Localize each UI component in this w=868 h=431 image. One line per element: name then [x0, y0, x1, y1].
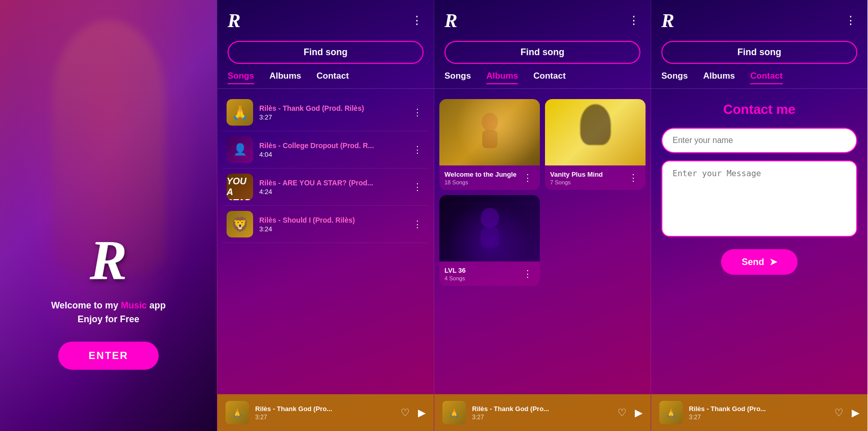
play-icon-contact[interactable]: ▶: [852, 406, 859, 419]
contact-find-song-btn[interactable]: Find song: [661, 41, 857, 64]
songs-panel: R ⋮ Find song Songs Albums Contact 🙏 Ril…: [217, 0, 434, 431]
song-dots-3[interactable]: ⋮: [410, 179, 425, 195]
lvl36-album-info: LVL 36 4 Songs: [444, 267, 465, 281]
song-dots-2[interactable]: ⋮: [410, 141, 425, 158]
jungle-album-img: [439, 99, 540, 165]
tab-songs-active[interactable]: Songs: [228, 71, 254, 84]
contact-message-textarea[interactable]: [661, 160, 857, 237]
jungle-album-footer: Welcome to the Jungle 18 Songs ⋮: [439, 165, 540, 190]
albums-find-song-btn[interactable]: Find song: [444, 41, 640, 64]
lvl36-album-dots[interactable]: ⋮: [520, 266, 535, 282]
contact-header: R ⋮: [651, 0, 867, 37]
album-card-lvl36[interactable]: LVL 36 4 Songs ⋮: [439, 195, 540, 286]
player-title-albums: Rilès - Thank God (Pro...: [472, 405, 611, 413]
lion-icon: 🦁: [231, 216, 249, 233]
song-info-3: Rilès - ARE YOU A STAR? (Prod... 4:24: [259, 179, 410, 196]
player-info-albums: Rilès - Thank God (Pro... 3:27: [472, 405, 611, 421]
send-button[interactable]: Send ➤: [721, 249, 797, 275]
songs-header: R ⋮: [217, 0, 434, 37]
player-info-contact: Rilès - Thank God (Pro... 3:27: [689, 405, 828, 421]
contact-title: Contact me: [661, 102, 857, 117]
lvl36-album-img: [439, 195, 540, 261]
song-info-2: Rilès - College Dropout (Prod. R... 4:04: [259, 141, 410, 158]
contact-panel: R ⋮ Find song Songs Albums Contact Conta…: [651, 0, 867, 431]
player-controls-albums: ♡ ▶: [617, 406, 642, 419]
tab-songs-contact-panel[interactable]: Songs: [661, 71, 688, 84]
player-thumb-icon-albums: 🙏: [449, 408, 459, 418]
song-dots-4[interactable]: ⋮: [410, 216, 425, 232]
welcome-tagline: Welcome to my Music app Enjoy for Free: [51, 299, 166, 326]
vanity-person: [580, 104, 611, 145]
song-duration-3: 4:24: [259, 188, 410, 196]
song-duration-4: 3:24: [259, 225, 410, 233]
song-item[interactable]: 🦁 Rilès - Should I (Prod. Rilès) 3:24 ⋮: [222, 206, 429, 243]
tab-albums-active[interactable]: Albums: [486, 71, 518, 84]
welcome-content: R Welcome to my Music app Enjoy for Free…: [0, 0, 217, 431]
songs-bottom-player: 🙏 Rilès - Thank God (Pro... 3:27 ♡ ▶: [217, 394, 434, 431]
player-duration-albums: 3:27: [472, 414, 611, 421]
play-icon[interactable]: ▶: [418, 406, 426, 419]
tab-contact[interactable]: Contact: [316, 71, 349, 84]
song-title-3: Rilès - ARE YOU A STAR? (Prod...: [259, 179, 410, 187]
vanity-album-img: [545, 99, 646, 165]
play-icon-albums[interactable]: ▶: [635, 406, 642, 419]
song-title-2: Rilès - College Dropout (Prod. R...: [259, 141, 410, 150]
song-duration-1: 3:27: [259, 113, 410, 121]
song-thumb-2: 👤: [227, 136, 253, 163]
heart-icon-contact[interactable]: ♡: [834, 406, 844, 419]
album-card-vanity[interactable]: Vanity Plus Mind 7 Songs ⋮: [545, 99, 646, 190]
song-title-1: Rilès - Thank God (Prod. Rilès): [259, 104, 410, 112]
player-controls-songs: ♡ ▶: [401, 406, 426, 419]
albums-grid: Welcome to the Jungle 18 Songs ⋮ Vanity …: [434, 94, 651, 394]
tab-albums[interactable]: Albums: [269, 71, 301, 84]
song-thumb-3: AREYOU ASTAR: [227, 174, 253, 200]
welcome-panel: R Welcome to my Music app Enjoy for Free…: [0, 0, 217, 431]
send-label: Send: [741, 257, 764, 268]
song-item[interactable]: 👤 Rilès - College Dropout (Prod. R... 4:…: [222, 131, 429, 169]
song-info-1: Rilès - Thank God (Prod. Rilès) 3:27: [259, 104, 410, 121]
heart-icon[interactable]: ♡: [401, 406, 410, 419]
praying-hands-icon: 🙏: [231, 104, 249, 121]
contact-logo: R: [661, 9, 674, 32]
album-card-jungle[interactable]: Welcome to the Jungle 18 Songs ⋮: [439, 99, 540, 190]
song-item[interactable]: AREYOU ASTAR Rilès - ARE YOU A STAR? (Pr…: [222, 169, 429, 206]
heart-icon-albums[interactable]: ♡: [617, 406, 627, 419]
albums-tab-bar: Songs Albums Contact: [434, 71, 651, 89]
player-thumb-contact: 🙏: [659, 401, 683, 424]
song-dots-1[interactable]: ⋮: [410, 104, 425, 121]
song-title-4: Rilès - Should I (Prod. Rilès): [259, 216, 410, 224]
albums-panel: R ⋮ Find song Songs Albums Contact Welco…: [434, 0, 651, 431]
vanity-album-dots[interactable]: ⋮: [626, 170, 640, 186]
welcome-subtext: Enjoy for Free: [78, 314, 139, 324]
tab-contact-active[interactable]: Contact: [750, 71, 782, 84]
tab-contact-albums-panel[interactable]: Contact: [533, 71, 565, 84]
songs-menu-dots[interactable]: ⋮: [411, 14, 424, 27]
tab-songs-albums-panel[interactable]: Songs: [444, 71, 471, 84]
player-title-songs: Rilès - Thank God (Pro...: [255, 405, 394, 413]
jungle-album-dots[interactable]: ⋮: [520, 170, 535, 186]
tab-albums-contact-panel[interactable]: Albums: [703, 71, 735, 84]
player-duration-contact: 3:27: [689, 414, 828, 421]
contact-name-input[interactable]: [661, 128, 857, 153]
player-thumb-songs: 🙏: [226, 401, 249, 424]
vanity-album-footer: Vanity Plus Mind 7 Songs ⋮: [545, 165, 646, 190]
songs-find-song-btn[interactable]: Find song: [228, 41, 424, 64]
contact-bottom-player: 🙏 Rilès - Thank God (Pro... 3:27 ♡ ▶: [651, 394, 867, 431]
albums-menu-dots[interactable]: ⋮: [628, 14, 640, 27]
welcome-text-before: Welcome to my: [51, 300, 121, 310]
songs-logo: R: [228, 9, 240, 32]
contact-menu-dots[interactable]: ⋮: [845, 14, 857, 27]
player-controls-contact: ♡ ▶: [834, 406, 859, 419]
song-item[interactable]: 🙏 Rilès - Thank God (Prod. Rilès) 3:27 ⋮: [222, 94, 429, 131]
lvl36-album-name: LVL 36: [444, 267, 465, 274]
player-title-contact: Rilès - Thank God (Pro...: [689, 405, 828, 413]
contact-content: Contact me Send ➤: [651, 94, 867, 394]
player-thumb-icon: 🙏: [232, 408, 242, 418]
welcome-text-after: app: [147, 300, 166, 310]
song-duration-2: 4:04: [259, 151, 410, 158]
lvl36-album-songs: 4 Songs: [444, 275, 465, 281]
albums-header: R ⋮: [434, 0, 651, 37]
enter-button[interactable]: ENTER: [58, 342, 159, 370]
contact-tab-bar: Songs Albums Contact: [651, 71, 867, 89]
player-info-songs: Rilès - Thank God (Pro... 3:27: [255, 405, 394, 421]
